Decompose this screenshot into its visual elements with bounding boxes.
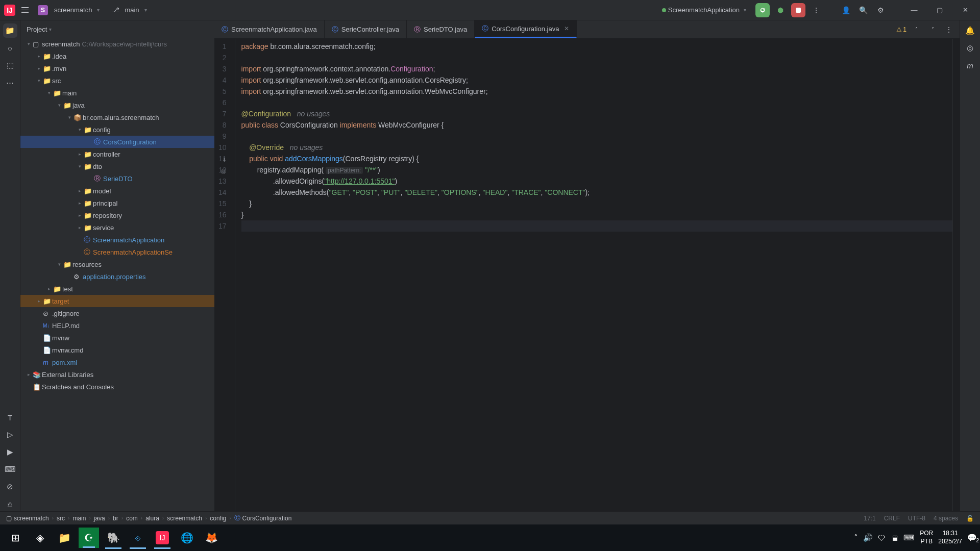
tree-item[interactable]: ▸📁model (20, 185, 214, 197)
indent[interactable]: 4 spaces (934, 515, 958, 522)
problems-tool-icon[interactable]: ⊘ (3, 480, 17, 494)
tree-item[interactable]: ▸📁repository (20, 209, 214, 221)
crumb[interactable]: screenmatch (167, 515, 202, 522)
crumb[interactable]: alura (145, 515, 159, 522)
more-icon[interactable]: ⋮ (942, 23, 955, 36)
structure-tool-icon[interactable]: ⬚ (3, 58, 17, 72)
firefox-icon[interactable]: 🦊 (199, 527, 224, 549)
intellij-icon[interactable]: IJ (150, 527, 175, 549)
security-icon[interactable]: 🛡 (878, 534, 886, 542)
tree-item[interactable]: 📋Scratches and Consoles (20, 381, 214, 393)
tree-item-selected[interactable]: ⒸCorsConfiguration (20, 136, 214, 148)
project-tool-icon[interactable]: 📁 (3, 23, 17, 38)
commit-tool-icon[interactable]: ○ (3, 41, 17, 55)
run-configuration[interactable]: ScreenmatchApplication ▾ (659, 5, 751, 15)
vcs-tool-icon[interactable]: ⎌ (3, 497, 17, 511)
tree-item[interactable]: ⒸScreenmatchApplication (20, 234, 214, 246)
language-indicator[interactable]: PORPTB (920, 530, 933, 545)
more-tools-icon[interactable]: ⋯ (3, 76, 17, 90)
project-badge[interactable]: S (38, 5, 48, 15)
tree-item[interactable]: ▸📁.idea (20, 50, 214, 62)
tree-item[interactable]: ▸📚External Libraries (20, 368, 214, 381)
tree-item[interactable]: 📄mvnw.cmd (20, 344, 214, 356)
chrome-icon[interactable]: 🌐 (175, 527, 199, 549)
copilot-icon[interactable]: ◈ (28, 527, 52, 549)
tree-item[interactable]: ▾📁main (20, 87, 214, 99)
main-menu-icon[interactable] (18, 4, 32, 17)
crumb[interactable]: br (113, 515, 118, 522)
notifications-icon[interactable]: 💬2 (967, 533, 977, 542)
run-tool-icon[interactable]: ▶ (3, 445, 17, 459)
tree-item[interactable]: ▸📁principal (20, 197, 214, 209)
tab[interactable]: ⒸSerieController.java (325, 20, 407, 38)
tree-item[interactable]: ⒸScreenmatchApplicationSe (20, 246, 214, 258)
tree-item-target[interactable]: ▸📁target (20, 295, 214, 307)
branch-icon[interactable]: ⎇ (112, 6, 119, 14)
tool-icon[interactable]: T (3, 410, 17, 424)
rerun-button[interactable] (755, 3, 770, 17)
tree-item[interactable]: ▾📁config (20, 123, 214, 136)
tab[interactable]: ⓇSerieDTO.java (407, 20, 475, 38)
start-button[interactable]: ⊞ (3, 527, 28, 549)
tree-item[interactable]: ▸📁controller (20, 148, 214, 160)
code-content[interactable]: package br.com.alura.screenmatch.config;… (235, 39, 960, 511)
crumb[interactable]: java (94, 515, 105, 522)
more-icon[interactable]: ⋮ (810, 4, 823, 17)
terminal-tool-icon[interactable]: ⌨ (3, 462, 17, 477)
close-button[interactable]: ✕ (954, 2, 976, 18)
volume-icon[interactable]: 🔊 (863, 533, 873, 542)
notifications-icon[interactable]: 🔔 (963, 23, 977, 38)
warnings-badge[interactable]: ⚠1 (896, 26, 906, 33)
code-with-me-icon[interactable]: 👤 (839, 4, 852, 17)
explorer-icon[interactable]: 📁 (52, 527, 77, 549)
panel-header[interactable]: Project ▾ (20, 20, 214, 38)
tray-chevron-icon[interactable]: ˄ (854, 533, 858, 542)
stop-button[interactable] (791, 3, 805, 17)
tab[interactable]: ⒸScreenmatchApplication.java (214, 20, 325, 38)
tree-item[interactable]: ⚙application.properties (20, 270, 214, 283)
maven-icon[interactable]: m (963, 58, 977, 72)
crumb[interactable]: ▢ screenmatch (6, 515, 49, 522)
tree-item[interactable]: ▸📁.mvn (20, 62, 214, 74)
tree-root[interactable]: ▾▢screenmatchC:\Workspace\wp-intellij\cu… (20, 38, 214, 50)
crumb[interactable]: main (72, 515, 86, 522)
chevron-down-icon[interactable]: ▾ (97, 7, 100, 13)
services-tool-icon[interactable]: ▷ (3, 428, 17, 442)
branch-name[interactable]: main (125, 6, 139, 14)
monitor-icon[interactable]: 🖥 (891, 534, 898, 542)
tree-item[interactable]: ▾📦br.com.alura.screenmatch (20, 111, 214, 123)
readonly-icon[interactable]: 🔓 (966, 515, 974, 522)
chevron-down-icon[interactable]: ▾ (144, 7, 147, 13)
app-icon[interactable]: ☪ (79, 528, 99, 548)
tree-item[interactable]: ▾📁dto (20, 160, 214, 172)
cursor-position[interactable]: 17:1 (864, 515, 875, 522)
tree-item[interactable]: ▸📁test (20, 283, 214, 295)
scrollbar-marker[interactable] (952, 39, 960, 511)
vscode-icon[interactable]: ⟐ (126, 527, 150, 549)
tree-item[interactable]: ▾📁resources (20, 258, 214, 270)
tree-item[interactable]: mpom.xml (20, 356, 214, 368)
tree-item[interactable]: 📄mvnw (20, 332, 214, 344)
keyboard-icon[interactable]: ⌨ (903, 533, 915, 542)
debug-button[interactable]: ⬢ (774, 4, 787, 17)
clock[interactable]: 18:312025/2/7 (938, 530, 962, 545)
encoding[interactable]: UTF-8 (908, 515, 925, 522)
code-editor[interactable]: 12345678910 ⬇ @11 121314151617 package b… (214, 39, 960, 511)
tree-item[interactable]: ▸📁service (20, 221, 214, 234)
ide-logo[interactable]: IJ (4, 5, 15, 16)
ai-icon[interactable]: ◎ (963, 41, 977, 55)
chevron-up-icon[interactable]: ˄ (910, 23, 923, 36)
crumb[interactable]: Ⓒ CorsConfiguration (234, 514, 292, 522)
project-name[interactable]: screenmatch (54, 6, 92, 14)
crumb[interactable]: src (57, 515, 65, 522)
postgres-icon[interactable]: 🐘 (101, 527, 126, 549)
settings-icon[interactable]: ⚙ (874, 4, 887, 17)
crumb[interactable]: config (210, 515, 226, 522)
crumb[interactable]: com (126, 515, 138, 522)
close-tab-icon[interactable]: ✕ (564, 25, 569, 32)
tree-item[interactable]: ⓇSerieDTO (20, 172, 214, 185)
chevron-down-icon[interactable]: ˅ (926, 23, 939, 36)
tree-item[interactable]: M↓HELP.md (20, 319, 214, 332)
chevron-down-icon[interactable]: ▾ (49, 27, 52, 32)
project-tree[interactable]: ▾▢screenmatchC:\Workspace\wp-intellij\cu… (20, 38, 214, 511)
